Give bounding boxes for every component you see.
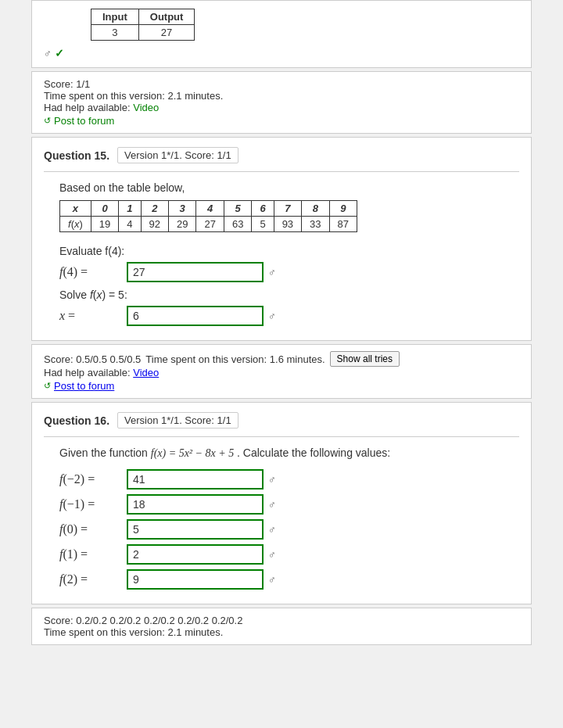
q16-input-1[interactable] (127, 494, 264, 515)
fx-val-4: 27 (196, 217, 224, 232)
q15-data-table: x 0 1 2 3 4 5 6 7 8 9 f(x) 19 4 (59, 200, 357, 232)
q16-given-text: Given the function f(x) = 5x² − 8x + 5 .… (59, 446, 504, 460)
help-text-1: Had help available: Video (44, 102, 519, 113)
q15-eval-input[interactable] (127, 262, 264, 282)
fx-val-7: 93 (274, 217, 301, 232)
fx-val-5: 63 (224, 217, 251, 232)
x-val-2: 2 (141, 201, 168, 217)
q16-label-1: f(−1) = (59, 497, 122, 511)
fx-label: f(x) (60, 217, 91, 232)
x-val-1: 1 (119, 201, 141, 217)
q16-label-4: f(2) = (59, 572, 122, 586)
io-input-value: 3 (91, 25, 139, 41)
check-mark: ✓ (55, 47, 64, 59)
q16-label: Question 16. (44, 414, 109, 427)
post-icon-1: ↺ (44, 116, 51, 126)
q16-function: f(x) = 5x² − 8x + 5 (151, 447, 234, 459)
x-header: x (60, 201, 91, 217)
post-link-2[interactable]: Post to forum (54, 380, 114, 392)
show-tries-button[interactable]: Show all tries (330, 351, 400, 367)
post-link-1[interactable]: Post to forum (54, 115, 114, 127)
q16-header: Question 16. Version 1*/1. Score: 1/1 (44, 412, 519, 437)
q16-input-row-2: f(0) = ♂ (59, 519, 504, 540)
q16-input-3[interactable] (127, 544, 264, 565)
q15-solve-label: x = (59, 309, 122, 323)
q15-solve-text: Solve f(x) = 5: (59, 289, 504, 301)
q16-label-0: f(−2) = (59, 472, 122, 486)
q15-header: Question 15. Version 1*/1. Score: 1/1 (44, 147, 519, 172)
post-forum-1[interactable]: ↺ Post to forum (44, 115, 519, 127)
q16-input-row-1: f(−1) = ♂ (59, 494, 504, 515)
fx-val-0: 19 (91, 217, 118, 232)
q15-solve-icon: ♂ (268, 310, 276, 322)
score-text-3: Score: 0.2/0.2 0.2/0.2 0.2/0.2 0.2/0.2 0… (44, 615, 519, 626)
x-val-8: 8 (302, 201, 329, 217)
q15-eval-text: Evaluate f(4): (59, 245, 504, 257)
score-section-3: Score: 0.2/0.2 0.2/0.2 0.2/0.2 0.2/0.2 0… (31, 608, 532, 645)
io-output-value: 27 (138, 25, 195, 41)
io-table: Input Output 3 27 (91, 9, 195, 41)
question-15-section: Question 15. Version 1*/1. Score: 1/1 Ba… (31, 137, 532, 341)
fx-val-9: 87 (329, 217, 357, 232)
x-val-9: 9 (329, 201, 357, 217)
time-text-1: Time spent on this version: 2.1 minutes. (44, 90, 519, 102)
post-forum-2[interactable]: ↺ Post to forum (44, 380, 519, 392)
q16-version: Version 1*/1. Score: 1/1 (117, 412, 238, 429)
fx-val-6: 5 (252, 217, 274, 232)
time-text-3: Time spent on this version: 2.1 minutes. (44, 626, 519, 638)
q16-input-0[interactable] (127, 469, 264, 490)
q16-input-row-0: f(−2) = ♂ (59, 469, 504, 490)
q16-icon-3: ♂ (268, 549, 276, 561)
q15-version: Version 1*/1. Score: 1/1 (117, 147, 238, 163)
io-output-header: Output (138, 9, 195, 25)
fx-val-1: 4 (119, 217, 141, 232)
question-16-section: Question 16. Version 1*/1. Score: 1/1 Gi… (31, 402, 532, 604)
score-text-1: Score: 1/1 (44, 78, 519, 90)
help-text-2: Had help available: Video (44, 367, 519, 378)
q16-input-row-4: f(2) = ♂ (59, 569, 504, 590)
q16-input-2[interactable] (127, 519, 264, 540)
gender-icon: ♂ (44, 48, 52, 59)
x-val-4: 4 (196, 201, 224, 217)
x-val-3: 3 (168, 201, 195, 217)
q16-label-3: f(1) = (59, 547, 122, 561)
q15-eval-icon: ♂ (268, 267, 276, 278)
q15-eval-row: f(4) = ♂ (59, 262, 504, 282)
score-tries-row: Score: 0.5/0.5 0.5/0.5 Time spent on thi… (44, 351, 519, 367)
score-section-2: Score: 0.5/0.5 0.5/0.5 Time spent on thi… (31, 344, 532, 399)
time-text-2: Time spent on this version: 1.6 minutes. (145, 353, 325, 365)
help-link-2[interactable]: Video (133, 367, 159, 378)
x-val-5: 5 (224, 201, 251, 217)
fx-val-2: 92 (141, 217, 168, 232)
top-table-section: Input Output 3 27 ♂ ✓ (31, 0, 532, 68)
q16-icon-0: ♂ (268, 474, 276, 486)
q15-solve-input[interactable] (127, 306, 264, 326)
q15-label: Question 15. (44, 149, 109, 162)
q15-solve-row: x = ♂ (59, 306, 504, 326)
x-val-0: 0 (91, 201, 118, 217)
q16-icon-4: ♂ (268, 574, 276, 586)
q15-intro: Based on the table below, (59, 181, 504, 194)
help-link-1[interactable]: Video (133, 102, 159, 113)
q16-label-2: f(0) = (59, 522, 122, 536)
x-val-7: 7 (274, 201, 301, 217)
x-val-6: 6 (252, 201, 274, 217)
q15-eval-label: f(4) = (59, 265, 122, 279)
q16-input-4[interactable] (127, 569, 264, 590)
q16-icon-2: ♂ (268, 524, 276, 536)
io-input-header: Input (91, 9, 139, 25)
q16-icon-1: ♂ (268, 499, 276, 511)
check-row: ♂ ✓ (44, 47, 519, 59)
fx-val-8: 33 (302, 217, 329, 232)
post-icon-2: ↺ (44, 381, 51, 391)
fx-val-3: 29 (168, 217, 195, 232)
q16-input-row-3: f(1) = ♂ (59, 544, 504, 565)
score-text-2: Score: 0.5/0.5 0.5/0.5 (44, 353, 141, 365)
score-section-1: Score: 1/1 Time spent on this version: 2… (31, 71, 532, 134)
